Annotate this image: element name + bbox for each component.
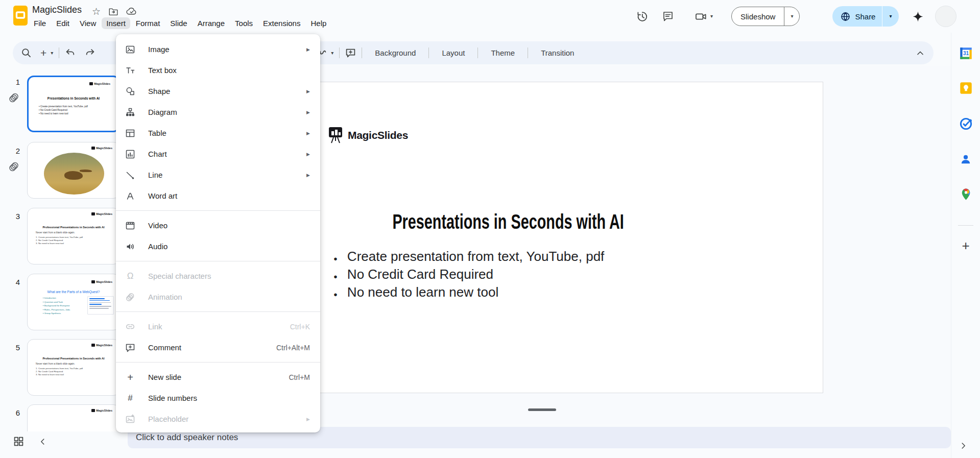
slide-title[interactable]: Presentations in Seconds with AI xyxy=(392,210,598,233)
tasks-icon[interactable] xyxy=(959,117,973,131)
animation-icon xyxy=(125,292,136,303)
menubar-help[interactable]: Help xyxy=(306,17,331,29)
slide-logo-text: MagicSlides xyxy=(348,129,408,141)
thumb-title: Presentations in Seconds with AI xyxy=(29,97,118,100)
magicslides-mini-logo: MagicSlides xyxy=(91,212,112,215)
omega-icon: Ω xyxy=(125,271,136,282)
menu-item-shape[interactable]: Shape ▶ xyxy=(116,81,320,102)
collapse-filmstrip-icon[interactable] xyxy=(38,437,47,446)
slide-filmstrip: 1 MagicSlides Presentations in Seconds w… xyxy=(0,71,123,431)
slide-number: 1 xyxy=(12,78,23,86)
layout-button[interactable]: Layout xyxy=(435,49,472,57)
menu-separator xyxy=(116,362,320,363)
move-folder-icon[interactable] xyxy=(108,7,118,17)
menu-item-text-box[interactable]: Text box xyxy=(116,60,320,81)
share-label: Share xyxy=(855,12,875,21)
thumb-line: Roles, Perspectives, Jobs xyxy=(43,308,70,312)
slide-thumbnail-6[interactable]: MagicSlides xyxy=(27,404,120,431)
menu-item-slide-numbers[interactable]: # Slide numbers xyxy=(116,388,320,408)
document-title[interactable]: MagicSlides xyxy=(32,5,82,15)
thumb-line: 3. No need to learn new tool xyxy=(36,242,83,245)
meet-camera-icon[interactable] xyxy=(695,10,707,23)
slideshow-button[interactable]: Slideshow ▾ xyxy=(731,7,800,26)
menubar-slide[interactable]: Slide xyxy=(165,17,192,29)
shape-icon xyxy=(125,86,136,97)
shortcut-label: Ctrl+K xyxy=(290,323,310,331)
undo-icon[interactable] xyxy=(65,47,76,58)
chart-icon xyxy=(125,149,136,160)
slideshow-caret-icon[interactable]: ▾ xyxy=(784,14,799,19)
hide-side-panel-icon[interactable] xyxy=(959,441,968,450)
new-slide-plus-icon[interactable]: + xyxy=(40,47,46,58)
share-caret-icon[interactable]: ▾ xyxy=(882,14,898,19)
hash-icon: # xyxy=(125,393,136,404)
menu-item-chart[interactable]: Chart ▶ xyxy=(116,143,320,164)
menu-item-word-art[interactable]: Word art xyxy=(116,185,320,206)
slide-bullet-list[interactable]: ●Create presentation from text, YouTube,… xyxy=(333,249,604,302)
menu-item-video[interactable]: Video xyxy=(116,215,320,236)
contacts-icon[interactable] xyxy=(959,153,972,166)
thumb-line: Question and Task xyxy=(43,300,70,304)
slide-bullet: Create presentation from text, YouTube, … xyxy=(347,249,604,264)
keep-icon[interactable] xyxy=(959,81,973,95)
slide-thumbnail-1[interactable]: MagicSlides Presentations in Seconds wit… xyxy=(27,76,120,132)
thumb-bullet: No need to learn new tool xyxy=(39,112,88,115)
menubar-format[interactable]: Format xyxy=(131,17,165,29)
submenu-arrow-icon: ▶ xyxy=(306,152,310,157)
account-avatar[interactable] xyxy=(935,6,957,27)
maps-icon[interactable] xyxy=(960,188,972,201)
menu-item-image[interactable]: Image ▶ xyxy=(116,39,320,60)
version-history-icon[interactable] xyxy=(636,10,649,23)
menu-item-new-slide[interactable]: + New slide Ctrl+M xyxy=(116,367,320,388)
submenu-arrow-icon: ▶ xyxy=(306,47,310,52)
thumb-title: What are the Parts of a WebQuest? xyxy=(28,290,119,294)
thumb-subtitle: Never start from a blank slide again. xyxy=(36,363,75,365)
meet-caret-icon[interactable]: ▾ xyxy=(710,14,713,19)
slide-thumbnail-5[interactable]: MagicSlides Professional Presentations i… xyxy=(27,339,120,396)
bullet-dot: ● xyxy=(333,251,338,267)
star-icon[interactable]: ☆ xyxy=(92,7,101,16)
menubar-arrange[interactable]: Arrange xyxy=(193,17,229,29)
theme-button[interactable]: Theme xyxy=(484,49,522,57)
open-comments-icon[interactable] xyxy=(662,10,674,22)
magicslides-logo[interactable]: MagicSlides xyxy=(328,127,408,143)
calendar-icon[interactable]: 31 xyxy=(959,46,973,60)
transition-button[interactable]: Transition xyxy=(534,49,581,57)
menu-item-line[interactable]: Line ▶ xyxy=(116,164,320,185)
share-button[interactable]: Share ▾ xyxy=(832,6,898,27)
magicslides-mini-logo: MagicSlides xyxy=(89,82,110,85)
zoom-icon[interactable] xyxy=(21,47,32,58)
thumb-subtitle: Never start from a blank slide again. xyxy=(36,231,75,234)
menubar-extensions[interactable]: Extensions xyxy=(258,17,305,29)
get-addons-icon[interactable]: + xyxy=(962,239,969,252)
grid-view-icon[interactable] xyxy=(13,436,24,447)
slide-thumbnail-3[interactable]: MagicSlides Professional Presentations i… xyxy=(27,208,120,264)
thumb-bullet: Create presentation from text, YouTube, … xyxy=(39,105,88,108)
thumb-bullet: No Credit Card Required xyxy=(39,108,88,112)
cloud-saved-icon[interactable] xyxy=(126,6,137,17)
transition-indicator-icon[interactable] xyxy=(8,161,20,173)
menubar-file[interactable]: File xyxy=(29,17,51,29)
menu-item-audio[interactable]: Audio xyxy=(116,236,320,257)
slide-thumbnail-4[interactable]: MagicSlides What are the Parts of a WebQ… xyxy=(27,274,120,330)
gemini-spark-icon[interactable] xyxy=(912,11,924,22)
background-button[interactable]: Background xyxy=(368,49,423,57)
horizontal-scrollbar[interactable] xyxy=(528,408,556,411)
hide-menus-icon[interactable] xyxy=(915,48,925,58)
new-slide-caret-icon[interactable]: ▾ xyxy=(51,51,53,56)
menubar-insert[interactable]: Insert xyxy=(102,17,130,29)
menu-item-diagram[interactable]: Diagram ▶ xyxy=(116,102,320,123)
add-comment-icon[interactable] xyxy=(345,47,356,58)
menubar-tools[interactable]: Tools xyxy=(230,17,257,29)
transition-indicator-icon[interactable] xyxy=(8,92,20,104)
audio-icon xyxy=(125,241,136,252)
menu-item-comment[interactable]: Comment Ctrl+Alt+M xyxy=(116,337,320,358)
slide-number: 6 xyxy=(12,408,23,417)
menubar-view[interactable]: View xyxy=(75,17,101,29)
redo-icon[interactable] xyxy=(85,47,95,58)
slides-app-logo-icon[interactable] xyxy=(13,5,28,26)
menubar-edit[interactable]: Edit xyxy=(52,17,74,29)
scribble-caret-icon[interactable]: ▾ xyxy=(331,51,333,56)
slide-thumbnail-2[interactable]: MagicSlides xyxy=(27,142,120,199)
menu-item-table[interactable]: Table ▶ xyxy=(116,123,320,143)
